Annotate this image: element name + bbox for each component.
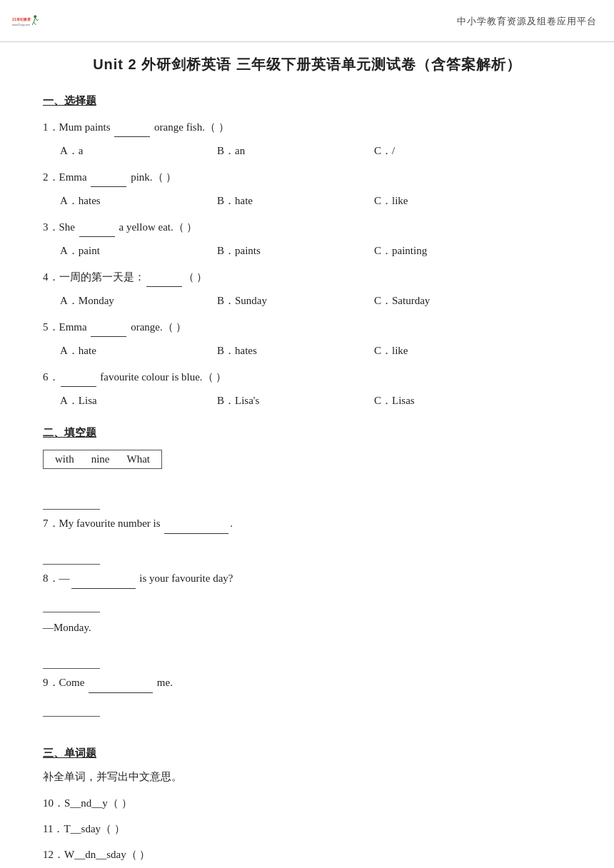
svg-line-1	[34, 18, 35, 22]
svg-line-5	[37, 19, 39, 21]
main-content: Unit 2 外研剑桥英语 三年级下册英语单元测试卷（含答案解析） 一、选择题 …	[0, 42, 614, 868]
q8-answer: —Monday.	[43, 617, 571, 638]
q8-blank1	[71, 588, 136, 589]
q6-optA: A．Lisa	[60, 391, 217, 410]
question-12: 12．W__dn__sday（ ）	[43, 844, 571, 865]
question-6: 6． favourite colour is blue.（ ） A．Lisa B…	[43, 368, 571, 410]
q7-num: 7．	[43, 518, 59, 529]
q6-text: 6． favourite colour is blue.（ ）	[43, 368, 571, 387]
page-title: Unit 2 外研剑桥英语 三年级下册英语单元测试卷（含答案解析）	[43, 55, 571, 74]
section1: 一、选择题 1．Mum paints orange fish.（ ） A．a B…	[43, 94, 571, 410]
section3-title: 三、单词题	[43, 747, 571, 760]
section3: 三、单词题 补全单词，并写出中文意思。 10．S__nd__y（ ） 11．T_…	[43, 747, 571, 865]
q7-blank	[164, 533, 228, 534]
q4-optA: A．Monday	[60, 291, 217, 311]
question-9: 9．Come me.	[43, 647, 571, 718]
q3-optB: B．paints	[217, 241, 374, 261]
svg-line-3	[34, 22, 36, 25]
q4-blank	[146, 286, 182, 287]
q9-blank	[89, 692, 153, 693]
q1-optC: C．/	[374, 141, 531, 161]
q5-optB: B．hates	[217, 341, 374, 360]
q3-blank	[79, 236, 115, 237]
q5-options: A．hate B．hates C．like	[60, 341, 571, 360]
q5-text: 5．Emma orange.（ ）	[43, 318, 571, 337]
section3-instruction: 补全单词，并写出中文意思。	[43, 770, 571, 784]
q3-optA: A．paint	[60, 241, 217, 261]
q3-text: 3．She a yellow eat.（ ）	[43, 218, 571, 237]
q5-optA: A．hate	[60, 341, 217, 360]
q5-optC: C．like	[374, 341, 531, 360]
q4-optB: B．Sunday	[217, 291, 374, 311]
q11-num: 11．	[43, 823, 64, 834]
q6-num: 6．	[43, 371, 59, 383]
q2-num: 2．	[43, 171, 59, 183]
q1-num: 1．	[43, 121, 59, 133]
logo-icon: 21世纪教育 www.21cnjy.com	[11, 6, 43, 37]
question-8: 8．— is your favourite day? —Monday.	[43, 542, 571, 638]
q3-num: 3．	[43, 221, 59, 233]
q5-num: 5．	[43, 321, 59, 333]
logo-area: 21世纪教育 www.21cnjy.com	[11, 6, 43, 37]
q6-blank	[61, 386, 96, 387]
section1-title: 一、选择题	[43, 94, 571, 108]
section2: 二、填空题 with nine What 7．My favourite numb…	[43, 426, 571, 718]
q6-optB: B．Lisa's	[217, 391, 374, 410]
q4-text: 4．一周的第一天是：（ ）	[43, 268, 571, 287]
word-box-nine: nine	[91, 453, 110, 465]
q6-optC: C．Lisas	[374, 391, 531, 410]
svg-text:21世纪教育: 21世纪教育	[12, 17, 31, 21]
q1-text: 1．Mum paints orange fish.（ ）	[43, 118, 571, 137]
q2-optA: A．hates	[60, 191, 217, 211]
question-5: 5．Emma orange.（ ） A．hate B．hates C．like	[43, 318, 571, 360]
q4-options: A．Monday B．Sunday C．Saturday	[60, 291, 571, 311]
question-7: 7．My favourite number is .	[43, 488, 571, 534]
q4-num: 4．	[43, 271, 59, 283]
svg-line-2	[32, 22, 34, 25]
question-2: 2．Emma pink.（ ） A．hates B．hate C．like	[43, 168, 571, 211]
q2-text: 2．Emma pink.（ ）	[43, 168, 571, 187]
q6-options: A．Lisa B．Lisa's C．Lisas	[60, 391, 571, 410]
question-3: 3．She a yellow eat.（ ） A．paint B．paints …	[43, 218, 571, 261]
q12-num: 12．	[43, 849, 64, 860]
word-box: with nine What	[43, 450, 162, 469]
q2-blank	[91, 186, 126, 187]
q3-optC: C．painting	[374, 241, 531, 261]
word-box-container: with nine What	[43, 450, 571, 478]
platform-label: 中小学教育资源及组卷应用平台	[457, 15, 597, 28]
q1-optA: A．a	[60, 141, 217, 161]
question-1: 1．Mum paints orange fish.（ ） A．a B．an C．…	[43, 118, 571, 161]
svg-text:www.21cnjy.com: www.21cnjy.com	[12, 24, 30, 26]
q10-num: 10．	[43, 797, 64, 809]
word-box-what: What	[127, 453, 150, 465]
word-box-with: with	[55, 453, 74, 465]
q2-options: A．hates B．hate C．like	[60, 191, 571, 211]
q9-num: 9．	[43, 677, 59, 688]
q1-optB: B．an	[217, 141, 374, 161]
svg-line-4	[35, 18, 37, 21]
q2-optB: B．hate	[217, 191, 374, 211]
q5-blank	[91, 336, 126, 337]
question-10: 10．S__nd__y（ ）	[43, 792, 571, 814]
q8-num: 8．	[43, 572, 59, 584]
q2-optC: C．like	[374, 191, 531, 211]
q1-blank	[114, 136, 150, 137]
question-11: 11．T__sday（ ）	[43, 818, 571, 839]
page-header: 21世纪教育 www.21cnjy.com 中小学教育资源及组卷应用平台	[0, 0, 614, 42]
svg-point-0	[34, 15, 36, 18]
q1-options: A．a B．an C．/	[60, 141, 571, 161]
question-4: 4．一周的第一天是：（ ） A．Monday B．Sunday C．Saturd…	[43, 268, 571, 311]
q4-optC: C．Saturday	[374, 291, 531, 311]
q3-options: A．paint B．paints C．painting	[60, 241, 571, 261]
section2-title: 二、填空题	[43, 426, 571, 440]
